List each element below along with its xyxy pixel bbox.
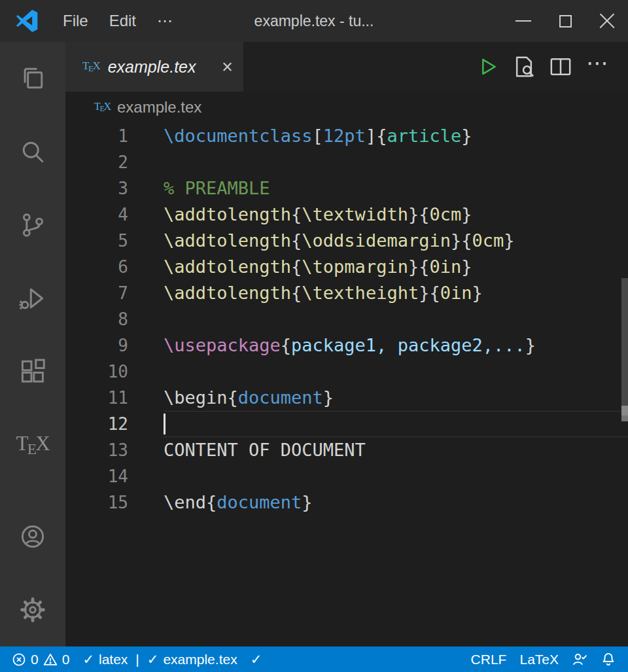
code-token: } [472,283,482,303]
line-content: \usepackage{package1, package2,...} [164,332,628,359]
line-number[interactable]: 8 [65,306,164,332]
breadcrumb-filename[interactable]: example.tex [117,98,201,116]
code-line[interactable]: 5\addtolength{\oddsidemargin}{0cm} [65,228,628,254]
scrollbar-thumb[interactable] [621,278,628,416]
code-token: 0cm [429,204,461,224]
code-token: document [238,387,323,408]
compile-status[interactable]: ✓ [244,646,269,672]
code-line[interactable]: 1\documentclass[12pt]{article} [65,123,628,149]
build-run-button[interactable] [472,52,502,82]
activity-item-extensions[interactable] [0,335,65,408]
problems-indicator[interactable]: 0 0 [5,646,76,672]
code-line[interactable]: 8 [65,306,628,332]
line-number[interactable]: 12 [65,411,164,437]
line-number[interactable]: 11 [65,385,164,411]
code-token: } [461,204,472,224]
text-cursor [164,414,166,434]
more-actions-button[interactable]: ⋯ [582,52,612,82]
feedback-button[interactable] [565,652,594,667]
eol-label: CRLF [471,652,507,667]
line-number[interactable]: 1 [65,123,164,149]
code-line[interactable]: 15\end{document} [65,489,628,516]
code-token: % PREAMBLE [164,178,270,198]
eol-indicator[interactable]: CRLF [464,652,514,667]
line-number[interactable]: 4 [65,202,164,228]
code-line[interactable]: 10 [65,359,628,385]
close-button[interactable] [586,0,628,42]
tab-close-icon[interactable]: × [222,58,233,77]
code-token: } [461,126,472,146]
line-number[interactable]: 9 [65,332,164,359]
notifications-button[interactable] [594,652,623,667]
line-number[interactable]: 5 [65,228,164,254]
editor-group: TEX example.tex × [65,42,628,646]
language-indicator[interactable]: LaTeX [513,652,565,667]
window-controls [502,0,628,42]
code-token: document [217,492,302,512]
line-content [164,306,628,332]
file-check-status[interactable]: ✓ example.tex [141,646,244,672]
code-editor[interactable]: 1\documentclass[12pt]{article}23% PREAMB… [65,123,628,516]
line-content [164,411,628,437]
vscode-logo-icon [16,10,38,32]
activity-item-explorer[interactable] [0,42,65,115]
tab-bar: TEX example.tex × [65,42,628,92]
error-count: 0 [31,652,39,667]
code-line[interactable]: 2 [65,149,628,175]
code-token: \oddsidemargin [302,230,451,251]
line-number[interactable]: 2 [65,149,164,175]
split-editor-button[interactable] [546,52,576,82]
code-token: 0in [440,283,472,303]
activity-bar: TEX [0,42,65,646]
code-line[interactable]: 9\usepackage{package1, package2,...} [65,332,628,359]
menu-edit[interactable]: Edit [99,7,147,35]
check-icon: ✓ [82,652,94,667]
code-token: \addtolength [164,230,291,251]
line-number[interactable]: 10 [65,359,164,385]
line-number[interactable]: 6 [65,254,164,280]
code-token: \textwidth [302,204,408,224]
activity-item-search[interactable] [0,115,65,188]
menu-file[interactable]: File [52,7,99,35]
activity-item-run-debug[interactable] [0,262,65,335]
menu-more[interactable]: ⋯ [147,7,183,35]
check-icon: ✓ [147,652,159,667]
code-line[interactable]: 4\addtolength{\textwidth}{0cm} [65,202,628,228]
code-line[interactable]: 7\addtolength{\textheight}{0in} [65,280,628,306]
breadcrumb[interactable]: TEX example.tex [65,92,628,123]
code-token: } [323,387,334,408]
status-bar: 0 0 ✓ latex | ✓ example.tex ✓ CRLF LaTeX [0,646,628,672]
line-number[interactable]: 14 [65,463,164,489]
code-line[interactable]: 11\begin{document} [65,385,628,411]
tex-file-icon: TEX [94,101,111,115]
person-check-icon [572,652,587,667]
line-number[interactable]: 7 [65,280,164,306]
line-content: \addtolength{\textheight}{0in} [164,280,628,306]
account-icon [18,522,47,551]
line-number[interactable]: 15 [65,489,164,516]
code-line[interactable]: 12 [65,411,628,437]
code-line[interactable]: 13CONTENT OF DOCUMENT [65,437,628,463]
latex-status[interactable]: ✓ latex [76,646,134,672]
activity-item-accounts[interactable] [0,500,65,573]
gear-icon [18,595,47,624]
activity-item-latex-workshop[interactable]: TEX [0,408,65,482]
tab-example-tex[interactable]: TEX example.tex × [65,42,243,92]
activity-item-source-control[interactable] [0,188,65,262]
code-line[interactable]: 14 [65,463,628,489]
line-number[interactable]: 13 [65,437,164,463]
line-number[interactable]: 3 [65,175,164,202]
activity-item-settings[interactable] [0,573,65,646]
code-line[interactable]: 6\addtolength{\topmargin}{0in} [65,254,628,280]
code-token: \addtolength [164,204,291,224]
line-content: % PREAMBLE [164,175,628,202]
minimize-button[interactable] [502,0,544,42]
view-pdf-button[interactable] [509,52,539,82]
code-token: \textheight [302,283,419,303]
maximize-button[interactable] [544,0,586,42]
code-token: ]{ [366,126,387,146]
bell-icon [601,652,616,667]
code-token: }{ [451,230,472,251]
language-label: LaTeX [519,652,559,667]
code-line[interactable]: 3% PREAMBLE [65,175,628,202]
